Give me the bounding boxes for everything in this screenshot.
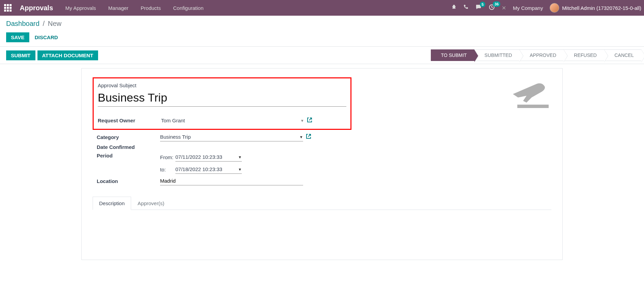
- status-approved[interactable]: APPROVED: [519, 49, 564, 61]
- tabs: Description Approver(s): [93, 196, 551, 210]
- debug-icon[interactable]: [451, 4, 457, 11]
- company-selector[interactable]: My Company: [513, 5, 543, 11]
- period-to-field[interactable]: 07/18/2022 10:23:33 ▼: [175, 165, 242, 174]
- close-tray-icon[interactable]: ✕: [502, 5, 506, 11]
- status-to-submit[interactable]: TO SUBMIT: [431, 49, 474, 61]
- status-submitted[interactable]: SUBMITTED: [474, 49, 520, 61]
- status-cancel[interactable]: CANCEL: [604, 49, 641, 61]
- category-label: Category: [97, 134, 160, 140]
- breadcrumb: Dashboard / New: [6, 20, 638, 28]
- nav-configuration[interactable]: Configuration: [173, 5, 203, 11]
- plane-icon: [508, 79, 549, 110]
- save-button[interactable]: SAVE: [6, 32, 29, 42]
- avatar: [550, 3, 559, 13]
- nav-products[interactable]: Products: [141, 5, 161, 11]
- discard-button[interactable]: DISCARD: [35, 32, 58, 42]
- attach-document-button[interactable]: ATTACH DOCUMENT: [37, 50, 98, 60]
- top-navbar: Approvals My Approvals Manager Products …: [0, 0, 644, 16]
- category-external-link-icon[interactable]: [306, 134, 311, 140]
- location-field[interactable]: [160, 177, 303, 185]
- highlight-box: Approval Subject Request Owner Tom Grant…: [93, 77, 351, 130]
- activities-icon[interactable]: 36: [489, 4, 495, 12]
- svg-rect-1: [517, 105, 549, 108]
- subject-input[interactable]: [98, 90, 346, 107]
- statusbar-row: SUBMIT ATTACH DOCUMENT TO SUBMIT SUBMITT…: [0, 47, 644, 64]
- tab-content: [93, 210, 551, 251]
- user-menu[interactable]: Mitchell Admin (17320762-15-0-all): [550, 3, 641, 13]
- app-brand[interactable]: Approvals: [20, 4, 53, 12]
- subject-label: Approval Subject: [98, 82, 346, 88]
- period-from-label: From:: [160, 154, 175, 160]
- chevron-down-icon[interactable]: ▼: [300, 119, 304, 123]
- status-refused[interactable]: REFUSED: [564, 49, 604, 61]
- breadcrumb-dashboard[interactable]: Dashboard: [6, 20, 40, 27]
- owner-label: Request Owner: [98, 118, 161, 123]
- nav-manager[interactable]: Manager: [108, 5, 128, 11]
- tab-approvers[interactable]: Approver(s): [131, 197, 171, 210]
- chevron-down-icon[interactable]: ▼: [299, 135, 303, 139]
- category-field[interactable]: Business Trip ▼: [160, 133, 303, 141]
- form-sheet: Approval Subject Request Owner Tom Grant…: [81, 68, 563, 260]
- status-steps: TO SUBMIT SUBMITTED APPROVED REFUSED CAN…: [431, 49, 641, 61]
- breadcrumb-current: New: [48, 20, 62, 27]
- location-label: Location: [97, 178, 160, 184]
- chevron-down-icon[interactable]: ▼: [238, 155, 242, 159]
- owner-external-link-icon[interactable]: [307, 117, 312, 124]
- activities-badge: 36: [493, 1, 500, 7]
- control-panel: Dashboard / New SAVE DISCARD: [0, 16, 644, 47]
- submit-button[interactable]: SUBMIT: [6, 50, 35, 60]
- date-confirmed-label: Date Confirmed: [97, 144, 160, 150]
- owner-field[interactable]: Tom Grant ▼: [161, 116, 304, 125]
- period-to-label: to:: [160, 167, 175, 172]
- period-from-field[interactable]: 07/11/2022 10:23:33 ▼: [175, 153, 242, 162]
- messages-icon[interactable]: 5: [476, 4, 482, 11]
- period-label: Period: [97, 153, 160, 158]
- phone-icon[interactable]: [464, 4, 469, 11]
- username: Mitchell Admin (17320762-15-0-all): [562, 5, 641, 11]
- messages-badge: 5: [480, 2, 485, 7]
- tab-description[interactable]: Description: [93, 197, 131, 210]
- chevron-down-icon[interactable]: ▼: [238, 167, 242, 171]
- apps-icon[interactable]: [4, 4, 12, 12]
- nav-my-approvals[interactable]: My Approvals: [65, 5, 96, 11]
